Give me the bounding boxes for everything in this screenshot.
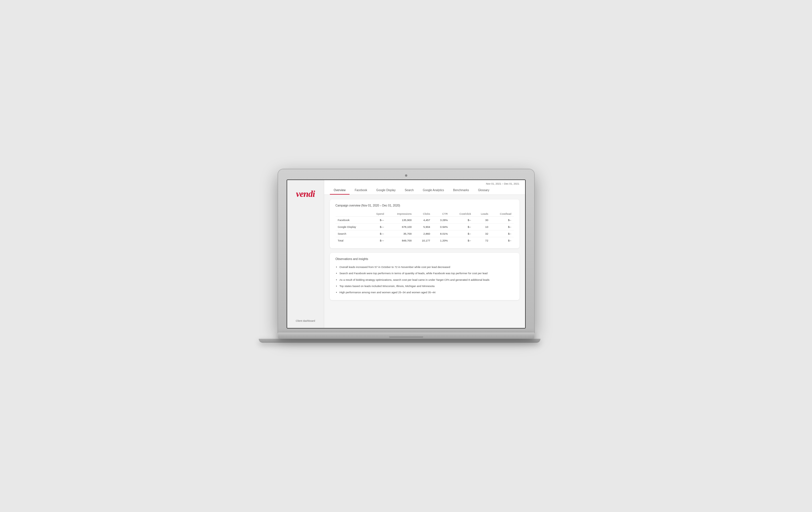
campaign-table-card: Campaign overview (Nov 01, 2020 – Dec 01…	[330, 200, 519, 248]
cell-clicks: 10,177	[414, 237, 432, 244]
cell-clicks: 5,904	[414, 223, 432, 231]
hinge-indent	[389, 336, 423, 339]
campaign-table-title: Campaign overview (Nov 01, 2020 – Dec 01…	[336, 204, 514, 207]
col-header-spend: Spend	[369, 211, 386, 217]
table-row: Total $--- 849,700 10,177 1.20% $-- 72 $…	[336, 237, 514, 244]
observation-item: As a result of bidding strategy optimiza…	[336, 277, 514, 283]
cell-channel: Facebook	[336, 217, 369, 223]
cell-impressions: 678,100	[386, 223, 414, 231]
col-header-clicks: Clicks	[414, 211, 432, 217]
col-header-ctr: CTR	[432, 211, 450, 217]
laptop-bottom	[278, 333, 534, 339]
logo-text: vendi	[296, 188, 315, 199]
cell-leads: 32	[473, 231, 490, 237]
cell-channel: Google Display	[336, 223, 369, 231]
cell-spend: $---	[369, 223, 386, 231]
table-row: Facebook $--- 135,900 4,457 3.28% $-- 30…	[336, 217, 514, 223]
observations-card: Observations and insights Overall leads …	[330, 253, 519, 300]
table-row: Google Display $--- 678,100 5,904 0.94% …	[336, 223, 514, 231]
cell-impressions: 35,700	[386, 231, 414, 237]
cell-ctr: 8.01%	[432, 231, 450, 237]
cell-cost-lead: $--	[490, 217, 514, 223]
col-header-channel	[336, 211, 369, 217]
tab-benchmarks[interactable]: Benchmarks	[449, 186, 473, 194]
cell-impressions: 849,700	[386, 237, 414, 244]
cell-leads: 72	[473, 237, 490, 244]
sidebar-label: Client dashboard	[293, 320, 318, 322]
nav-tabs: Overview Facebook Google Display Search …	[324, 186, 525, 194]
cell-ctr: 1.20%	[432, 237, 450, 244]
logo: vendi	[296, 188, 315, 199]
observation-item: High performance among men and women age…	[336, 289, 514, 296]
date-range: Nov 01, 2021 – Dec 01, 2021	[324, 180, 525, 186]
table-row: Search $--- 35,700 2,860 8.01% $-- 32 $-…	[336, 231, 514, 237]
tab-google-analytics[interactable]: Google Analytics	[419, 186, 448, 194]
cell-channel: Total	[336, 237, 369, 244]
table-header-row: Spend Impressions Clicks CTR Cost/click …	[336, 211, 514, 217]
cell-cost-lead: $--	[490, 231, 514, 237]
content-area: Campaign overview (Nov 01, 2020 – Dec 01…	[324, 195, 525, 328]
cell-spend: $---	[369, 217, 386, 223]
cell-leads: 10	[473, 223, 490, 231]
cell-cost-click: $--	[450, 231, 473, 237]
observation-item: Top states based on leads included Wisco…	[336, 283, 514, 289]
cell-cost-click: $--	[450, 217, 473, 223]
sidebar: vendi Client dashboard	[287, 180, 324, 328]
laptop-wrapper: vendi Client dashboard Nov 01, 2021 – De…	[278, 169, 534, 343]
app-container: vendi Client dashboard Nov 01, 2021 – De…	[287, 180, 525, 328]
tab-facebook[interactable]: Facebook	[351, 186, 371, 194]
observations-list: Overall leads increased from 57 in Octob…	[336, 264, 514, 296]
tab-search[interactable]: Search	[401, 186, 418, 194]
camera-icon	[405, 174, 407, 177]
cell-cost-click: $--	[450, 223, 473, 231]
observation-item: Search and Facebook were top performers …	[336, 270, 514, 276]
col-header-cost-click: Cost/click	[450, 211, 473, 217]
cell-cost-lead: $--	[490, 223, 514, 231]
cell-cost-lead: $--	[490, 237, 514, 244]
col-header-cost-lead: Cost/lead	[490, 211, 514, 217]
tab-glossary[interactable]: Glossary	[474, 186, 493, 194]
top-bar: Nov 01, 2021 – Dec 01, 2021 Overview Fac…	[324, 180, 525, 195]
col-header-impressions: Impressions	[386, 211, 414, 217]
observations-title: Observations and insights	[336, 258, 514, 261]
tab-google-display[interactable]: Google Display	[372, 186, 400, 194]
col-header-leads: Leads	[473, 211, 490, 217]
laptop-body: vendi Client dashboard Nov 01, 2021 – De…	[278, 169, 534, 333]
cell-impressions: 135,900	[386, 217, 414, 223]
tab-overview[interactable]: Overview	[330, 186, 350, 194]
cell-ctr: 3.28%	[432, 217, 450, 223]
cell-channel: Search	[336, 231, 369, 237]
cell-cost-click: $--	[450, 237, 473, 244]
campaign-data-table: Spend Impressions Clicks CTR Cost/click …	[336, 211, 514, 244]
cell-spend: $---	[369, 237, 386, 244]
cell-spend: $---	[369, 231, 386, 237]
cell-clicks: 2,860	[414, 231, 432, 237]
cell-leads: 30	[473, 217, 490, 223]
main-content: Nov 01, 2021 – Dec 01, 2021 Overview Fac…	[324, 180, 525, 328]
laptop-base	[259, 339, 541, 343]
screen: vendi Client dashboard Nov 01, 2021 – De…	[287, 179, 526, 329]
cell-ctr: 0.94%	[432, 223, 450, 231]
table-body: Facebook $--- 135,900 4,457 3.28% $-- 30…	[336, 217, 514, 244]
cell-clicks: 4,457	[414, 217, 432, 223]
observation-item: Overall leads increased from 57 in Octob…	[336, 264, 514, 270]
